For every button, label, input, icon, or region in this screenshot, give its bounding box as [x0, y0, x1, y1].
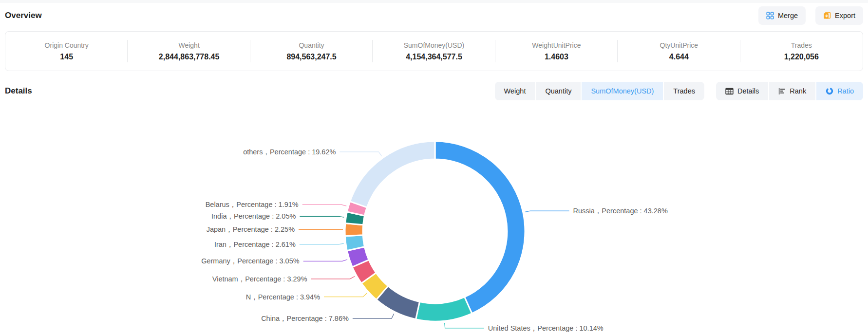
- stat-value: 1.4603: [495, 53, 618, 61]
- stat-value: 1,220,056: [740, 53, 863, 61]
- slice-label-china: China，Percentage : 7.86%: [261, 315, 349, 322]
- label-line-germany: [303, 260, 347, 261]
- stat-label: QtyUnitPrice: [618, 41, 740, 49]
- tab-label: Ratio: [837, 87, 854, 95]
- overview-stats-card: Origin Country 145 Weight 2,844,863,778.…: [5, 31, 863, 71]
- stat-label: SumOfMoney(USD): [373, 41, 495, 49]
- topbar: Overview Merge Export: [0, 3, 868, 28]
- tab-ratio-view[interactable]: Ratio: [816, 82, 863, 100]
- slice-label-others: others，Percentage : 19.62%: [243, 148, 336, 156]
- tab-label: SumOfMoney(USD): [591, 87, 654, 95]
- label-line-united-states: [445, 323, 484, 328]
- slice-label-iran: Iran，Percentage : 2.61%: [214, 241, 296, 248]
- tab-label: Quantity: [545, 87, 571, 95]
- label-line-others: [340, 152, 381, 156]
- pie-slice-united-states[interactable]: [416, 297, 472, 321]
- merge-button[interactable]: Merge: [758, 6, 806, 25]
- tab-label: Trades: [673, 87, 695, 95]
- table-icon: [725, 88, 734, 95]
- ratio-chart-section: Russia，Percentage : 43.28%United States，…: [0, 100, 868, 334]
- stat-label: Weight: [128, 41, 250, 49]
- stat-value: 145: [5, 53, 128, 61]
- label-line-iran: [300, 243, 344, 244]
- label-line-india: [300, 216, 344, 217]
- stat-qty-unit-price: QtyUnitPrice 4.644: [618, 41, 740, 61]
- tab-sum-of-money[interactable]: SumOfMoney(USD): [582, 82, 663, 100]
- stat-label: Trades: [740, 41, 863, 49]
- merge-button-label: Merge: [778, 12, 798, 19]
- ratio-pie-icon: [826, 87, 833, 95]
- donut-chart: Russia，Percentage : 43.28%United States，…: [0, 100, 868, 334]
- slice-label-n: N，Percentage : 3.94%: [246, 293, 320, 301]
- tab-label: Details: [737, 87, 759, 95]
- tab-trades[interactable]: Trades: [664, 82, 704, 100]
- stat-value: 4,154,364,577.5: [373, 53, 495, 61]
- stat-value: 4.644: [618, 53, 740, 61]
- pie-slice-russia[interactable]: [435, 141, 525, 314]
- tab-label: Rank: [790, 87, 806, 95]
- label-line-belarus: [302, 205, 347, 206]
- pie-slice-others[interactable]: [350, 141, 435, 207]
- tab-details-view[interactable]: Details: [716, 82, 768, 100]
- stat-weight-unit-price: WeightUnitPrice 1.4603: [495, 41, 618, 61]
- label-line-russia: [525, 211, 569, 212]
- slice-label-russia: Russia，Percentage : 43.28%: [573, 207, 668, 215]
- details-title: Details: [5, 86, 32, 96]
- slice-label-vietnam: Vietnam，Percentage : 3.29%: [212, 275, 307, 283]
- tab-label: Weight: [504, 87, 526, 95]
- stat-quantity: Quantity 894,563,247.5: [250, 41, 373, 61]
- slice-label-united-states: United States，Percentage : 10.14%: [488, 324, 604, 332]
- export-button[interactable]: Export: [815, 6, 863, 25]
- label-line-vietnam: [311, 276, 355, 279]
- stat-weight: Weight 2,844,863,778.45: [128, 41, 250, 61]
- slice-label-belarus: Belarus，Percentage : 1.91%: [206, 201, 299, 208]
- label-line-n: [324, 293, 367, 297]
- slice-label-japan: Japan，Percentage : 2.25%: [207, 225, 295, 233]
- stat-sum-of-money: SumOfMoney(USD) 4,154,364,577.5: [373, 41, 495, 61]
- view-tabs: Details Rank Ratio: [716, 82, 863, 100]
- slice-label-germany: Germany，Percentage : 3.05%: [201, 257, 300, 265]
- page-title: Overview: [5, 11, 42, 20]
- details-controls: Weight Quantity SumOfMoney(USD) Trades D…: [495, 82, 863, 100]
- stat-label: Origin Country: [5, 41, 128, 49]
- export-file-icon: [823, 12, 831, 19]
- stat-value: 894,563,247.5: [250, 53, 373, 61]
- stat-value: 2,844,863,778.45: [128, 53, 250, 61]
- metric-tabs: Weight Quantity SumOfMoney(USD) Trades: [495, 82, 704, 100]
- export-button-label: Export: [835, 12, 855, 19]
- tab-rank-view[interactable]: Rank: [769, 82, 815, 100]
- stat-origin-country: Origin Country 145: [5, 41, 128, 61]
- tab-quantity[interactable]: Quantity: [536, 82, 581, 100]
- slice-label-india: India，Percentage : 2.05%: [211, 212, 296, 220]
- stat-label: Quantity: [250, 41, 373, 49]
- merge-grid-icon: [766, 12, 774, 19]
- label-line-china: [353, 314, 394, 318]
- details-bar: Details Weight Quantity SumOfMoney(USD) …: [5, 82, 863, 100]
- tab-weight[interactable]: Weight: [495, 82, 535, 100]
- rank-icon: [778, 88, 786, 95]
- topbar-actions: Merge Export: [758, 6, 863, 25]
- stat-trades: Trades 1,220,056: [740, 41, 863, 61]
- stat-label: WeightUnitPrice: [495, 41, 618, 49]
